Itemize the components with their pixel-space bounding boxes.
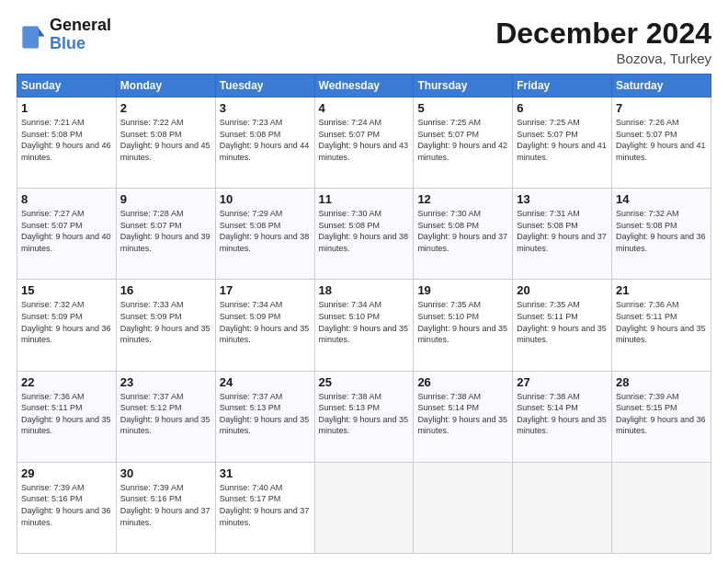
day-number: 21 xyxy=(616,283,707,297)
day-cell-5: 5 Sunrise: 7:25 AMSunset: 5:07 PMDayligh… xyxy=(414,98,513,189)
day-cell-3: 3 Sunrise: 7:23 AMSunset: 5:08 PMDayligh… xyxy=(215,98,314,189)
day-info: Sunrise: 7:27 AMSunset: 5:07 PMDaylight:… xyxy=(21,209,111,253)
day-info: Sunrise: 7:34 AMSunset: 5:10 PMDaylight:… xyxy=(319,300,409,344)
day-number: 20 xyxy=(517,283,608,297)
day-number: 18 xyxy=(319,283,410,297)
day-number: 28 xyxy=(616,375,707,389)
day-info: Sunrise: 7:32 AMSunset: 5:09 PMDaylight:… xyxy=(21,300,111,344)
day-number: 10 xyxy=(220,192,311,206)
day-number: 15 xyxy=(21,283,112,297)
title-block: December 2024 Bozova, Turkey xyxy=(495,17,711,66)
day-info: Sunrise: 7:38 AMSunset: 5:13 PMDaylight:… xyxy=(319,392,409,436)
week-row-5: 29 Sunrise: 7:39 AMSunset: 5:16 PMDaylig… xyxy=(17,462,711,553)
weekday-header-wednesday: Wednesday xyxy=(314,75,414,98)
weekday-header-sunday: Sunday xyxy=(17,75,117,98)
day-info: Sunrise: 7:22 AMSunset: 5:08 PMDaylight:… xyxy=(120,118,210,162)
day-info: Sunrise: 7:38 AMSunset: 5:14 PMDaylight:… xyxy=(517,392,607,436)
day-info: Sunrise: 7:33 AMSunset: 5:09 PMDaylight:… xyxy=(120,300,210,344)
day-cell-12: 12 Sunrise: 7:30 AMSunset: 5:08 PMDaylig… xyxy=(414,189,513,280)
day-cell-15: 15 Sunrise: 7:32 AMSunset: 5:09 PMDaylig… xyxy=(17,280,117,371)
day-number: 1 xyxy=(21,101,112,115)
weekday-header-monday: Monday xyxy=(116,75,215,98)
day-cell-1: 1 Sunrise: 7:21 AMSunset: 5:08 PMDayligh… xyxy=(17,98,117,189)
day-number: 9 xyxy=(120,192,211,206)
day-info: Sunrise: 7:26 AMSunset: 5:07 PMDaylight:… xyxy=(616,118,706,162)
day-info: Sunrise: 7:30 AMSunset: 5:08 PMDaylight:… xyxy=(417,209,507,253)
day-info: Sunrise: 7:37 AMSunset: 5:12 PMDaylight:… xyxy=(120,392,210,436)
day-info: Sunrise: 7:28 AMSunset: 5:07 PMDaylight:… xyxy=(120,209,210,253)
logo-blue: Blue xyxy=(50,35,111,53)
day-number: 27 xyxy=(517,375,608,389)
day-number: 23 xyxy=(120,375,211,389)
day-cell-19: 19 Sunrise: 7:35 AMSunset: 5:10 PMDaylig… xyxy=(414,280,513,371)
day-cell-8: 8 Sunrise: 7:27 AMSunset: 5:07 PMDayligh… xyxy=(17,189,117,280)
week-row-3: 15 Sunrise: 7:32 AMSunset: 5:09 PMDaylig… xyxy=(17,280,711,371)
day-number: 24 xyxy=(220,375,311,389)
day-cell-9: 9 Sunrise: 7:28 AMSunset: 5:07 PMDayligh… xyxy=(116,189,215,280)
day-cell-29: 29 Sunrise: 7:39 AMSunset: 5:16 PMDaylig… xyxy=(17,462,117,553)
day-number: 30 xyxy=(120,466,211,480)
day-cell-13: 13 Sunrise: 7:31 AMSunset: 5:08 PMDaylig… xyxy=(513,189,612,280)
day-number: 4 xyxy=(319,101,410,115)
empty-cell xyxy=(414,462,513,553)
weekday-header-row: SundayMondayTuesdayWednesdayThursdayFrid… xyxy=(17,75,711,98)
weekday-header-saturday: Saturday xyxy=(612,75,711,98)
day-cell-7: 7 Sunrise: 7:26 AMSunset: 5:07 PMDayligh… xyxy=(612,98,711,189)
day-cell-14: 14 Sunrise: 7:32 AMSunset: 5:08 PMDaylig… xyxy=(612,189,711,280)
header: General Blue December 2024 Bozova, Turke… xyxy=(17,17,711,66)
day-cell-31: 31 Sunrise: 7:40 AMSunset: 5:17 PMDaylig… xyxy=(215,462,314,553)
weekday-header-friday: Friday xyxy=(513,75,612,98)
day-number: 26 xyxy=(417,375,508,389)
day-info: Sunrise: 7:36 AMSunset: 5:11 PMDaylight:… xyxy=(21,392,111,436)
day-cell-25: 25 Sunrise: 7:38 AMSunset: 5:13 PMDaylig… xyxy=(314,371,414,462)
logo-icon xyxy=(17,20,46,50)
calendar: SundayMondayTuesdayWednesdayThursdayFrid… xyxy=(17,74,711,554)
day-cell-27: 27 Sunrise: 7:38 AMSunset: 5:14 PMDaylig… xyxy=(513,371,612,462)
logo: General Blue xyxy=(17,17,111,53)
day-info: Sunrise: 7:38 AMSunset: 5:14 PMDaylight:… xyxy=(417,392,507,436)
day-info: Sunrise: 7:21 AMSunset: 5:08 PMDaylight:… xyxy=(21,118,111,162)
day-info: Sunrise: 7:34 AMSunset: 5:09 PMDaylight:… xyxy=(220,300,310,344)
day-number: 8 xyxy=(21,192,112,206)
empty-cell xyxy=(314,462,414,553)
day-cell-22: 22 Sunrise: 7:36 AMSunset: 5:11 PMDaylig… xyxy=(17,371,117,462)
day-cell-11: 11 Sunrise: 7:30 AMSunset: 5:08 PMDaylig… xyxy=(314,189,414,280)
day-cell-20: 20 Sunrise: 7:35 AMSunset: 5:11 PMDaylig… xyxy=(513,280,612,371)
day-info: Sunrise: 7:39 AMSunset: 5:16 PMDaylight:… xyxy=(120,483,210,527)
empty-cell xyxy=(513,462,612,553)
day-number: 3 xyxy=(220,101,311,115)
location: Bozova, Turkey xyxy=(495,51,711,66)
day-cell-16: 16 Sunrise: 7:33 AMSunset: 5:09 PMDaylig… xyxy=(116,280,215,371)
day-number: 22 xyxy=(21,375,112,389)
day-number: 2 xyxy=(120,101,211,115)
day-cell-6: 6 Sunrise: 7:25 AMSunset: 5:07 PMDayligh… xyxy=(513,98,612,189)
day-info: Sunrise: 7:29 AMSunset: 5:08 PMDaylight:… xyxy=(220,209,310,253)
day-info: Sunrise: 7:23 AMSunset: 5:08 PMDaylight:… xyxy=(220,118,310,162)
day-number: 31 xyxy=(220,466,311,480)
day-number: 7 xyxy=(616,101,707,115)
day-cell-23: 23 Sunrise: 7:37 AMSunset: 5:12 PMDaylig… xyxy=(116,371,215,462)
day-info: Sunrise: 7:39 AMSunset: 5:16 PMDaylight:… xyxy=(21,483,111,527)
day-cell-24: 24 Sunrise: 7:37 AMSunset: 5:13 PMDaylig… xyxy=(215,371,314,462)
day-cell-18: 18 Sunrise: 7:34 AMSunset: 5:10 PMDaylig… xyxy=(314,280,414,371)
day-info: Sunrise: 7:25 AMSunset: 5:07 PMDaylight:… xyxy=(417,118,507,162)
day-info: Sunrise: 7:39 AMSunset: 5:15 PMDaylight:… xyxy=(616,392,706,436)
day-cell-4: 4 Sunrise: 7:24 AMSunset: 5:07 PMDayligh… xyxy=(314,98,414,189)
weekday-header-thursday: Thursday xyxy=(414,75,513,98)
week-row-2: 8 Sunrise: 7:27 AMSunset: 5:07 PMDayligh… xyxy=(17,189,711,280)
day-info: Sunrise: 7:24 AMSunset: 5:07 PMDaylight:… xyxy=(319,118,409,162)
day-info: Sunrise: 7:32 AMSunset: 5:08 PMDaylight:… xyxy=(616,209,706,253)
day-info: Sunrise: 7:31 AMSunset: 5:08 PMDaylight:… xyxy=(517,209,607,253)
day-number: 12 xyxy=(417,192,508,206)
day-cell-30: 30 Sunrise: 7:39 AMSunset: 5:16 PMDaylig… xyxy=(116,462,215,553)
day-info: Sunrise: 7:36 AMSunset: 5:11 PMDaylight:… xyxy=(616,300,706,344)
svg-rect-3 xyxy=(22,26,39,48)
day-cell-26: 26 Sunrise: 7:38 AMSunset: 5:14 PMDaylig… xyxy=(414,371,513,462)
week-row-4: 22 Sunrise: 7:36 AMSunset: 5:11 PMDaylig… xyxy=(17,371,711,462)
day-number: 19 xyxy=(417,283,508,297)
day-info: Sunrise: 7:35 AMSunset: 5:11 PMDaylight:… xyxy=(517,300,607,344)
day-cell-10: 10 Sunrise: 7:29 AMSunset: 5:08 PMDaylig… xyxy=(215,189,314,280)
week-row-1: 1 Sunrise: 7:21 AMSunset: 5:08 PMDayligh… xyxy=(17,98,711,189)
empty-cell xyxy=(612,462,711,553)
day-number: 6 xyxy=(517,101,608,115)
